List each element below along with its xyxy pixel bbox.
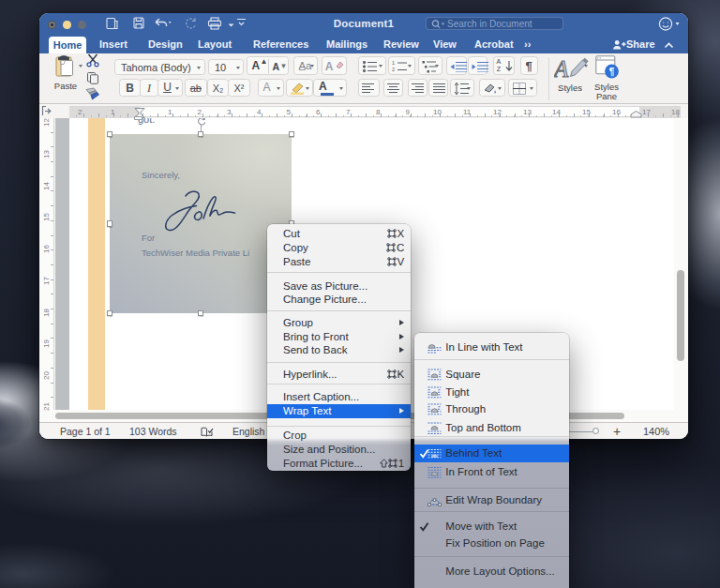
svg-text:A: A bbox=[554, 56, 569, 80]
svg-text:2: 2 bbox=[392, 67, 395, 72]
svg-text:1: 1 bbox=[392, 60, 395, 66]
svg-text:¶: ¶ bbox=[609, 67, 615, 77]
